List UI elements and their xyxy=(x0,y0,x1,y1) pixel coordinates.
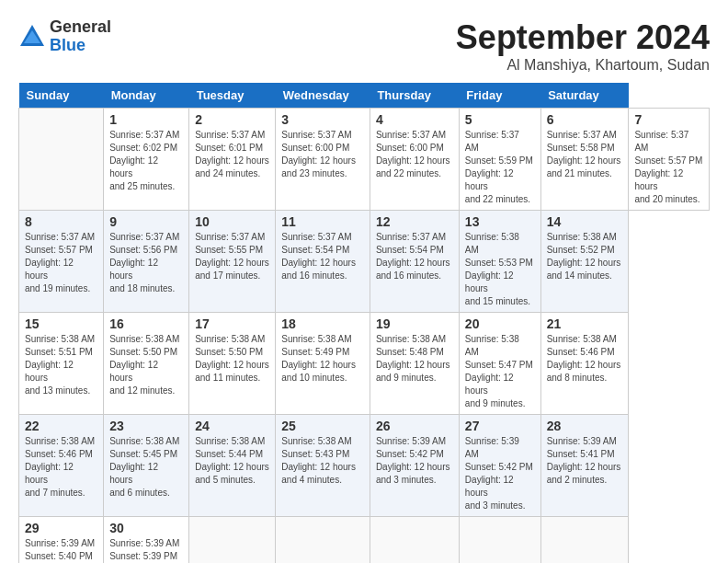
day-info: Sunrise: 5:39 AM Sunset: 5:40 PM Dayligh… xyxy=(25,537,97,563)
table-row xyxy=(19,109,104,211)
table-row: 4Sunrise: 5:37 AM Sunset: 6:00 PM Daylig… xyxy=(370,109,459,211)
title-section: September 2024 Al Manshiya, Khartoum, Su… xyxy=(456,18,710,74)
table-row: 12Sunrise: 5:37 AM Sunset: 5:54 PM Dayli… xyxy=(370,211,459,313)
table-row xyxy=(540,517,629,564)
day-number: 29 xyxy=(25,521,97,535)
table-row: 3Sunrise: 5:37 AM Sunset: 6:00 PM Daylig… xyxy=(276,109,370,211)
day-number: 9 xyxy=(109,214,183,229)
calendar-week-row: 29Sunrise: 5:39 AM Sunset: 5:40 PM Dayli… xyxy=(19,517,710,564)
logo-general: General xyxy=(50,18,111,37)
table-row: 24Sunrise: 5:38 AM Sunset: 5:44 PM Dayli… xyxy=(189,415,276,517)
header-thursday: Thursday xyxy=(370,83,459,109)
day-info: Sunrise: 5:37 AM Sunset: 5:54 PM Dayligh… xyxy=(376,231,453,282)
day-info: Sunrise: 5:38 AM Sunset: 5:49 PM Dayligh… xyxy=(281,333,364,385)
day-number: 3 xyxy=(281,112,364,127)
day-info: Sunrise: 5:38 AM Sunset: 5:53 PM Dayligh… xyxy=(465,231,535,308)
table-row: 11Sunrise: 5:37 AM Sunset: 5:54 PM Dayli… xyxy=(276,211,370,313)
table-row: 19Sunrise: 5:38 AM Sunset: 5:48 PM Dayli… xyxy=(370,313,459,415)
table-row: 22Sunrise: 5:38 AM Sunset: 5:46 PM Dayli… xyxy=(19,415,104,517)
day-info: Sunrise: 5:38 AM Sunset: 5:50 PM Dayligh… xyxy=(109,333,183,397)
table-row: 13Sunrise: 5:38 AM Sunset: 5:53 PM Dayli… xyxy=(459,211,540,313)
day-number: 26 xyxy=(376,419,453,433)
table-row xyxy=(370,517,459,564)
day-number: 12 xyxy=(376,214,453,229)
logo-icon xyxy=(18,23,46,51)
day-info: Sunrise: 5:38 AM Sunset: 5:47 PM Dayligh… xyxy=(465,333,535,410)
day-info: Sunrise: 5:37 AM Sunset: 5:54 PM Dayligh… xyxy=(281,231,364,282)
day-number: 6 xyxy=(547,112,623,127)
table-row: 28Sunrise: 5:39 AM Sunset: 5:41 PM Dayli… xyxy=(540,415,629,517)
day-info: Sunrise: 5:38 AM Sunset: 5:45 PM Dayligh… xyxy=(109,435,183,500)
day-info: Sunrise: 5:37 AM Sunset: 5:56 PM Dayligh… xyxy=(109,231,183,295)
day-info: Sunrise: 5:39 AM Sunset: 5:39 PM Dayligh… xyxy=(109,537,183,563)
table-row xyxy=(276,517,370,564)
table-row: 7Sunrise: 5:37 AM Sunset: 5:57 PM Daylig… xyxy=(629,109,710,211)
day-number: 24 xyxy=(195,419,269,433)
day-info: Sunrise: 5:38 AM Sunset: 5:46 PM Dayligh… xyxy=(547,333,623,385)
table-row: 18Sunrise: 5:38 AM Sunset: 5:49 PM Dayli… xyxy=(276,313,370,415)
calendar-week-row: 22Sunrise: 5:38 AM Sunset: 5:46 PM Dayli… xyxy=(19,415,710,517)
day-number: 14 xyxy=(547,214,623,229)
table-row: 21Sunrise: 5:38 AM Sunset: 5:46 PM Dayli… xyxy=(540,313,629,415)
day-info: Sunrise: 5:37 AM Sunset: 5:59 PM Dayligh… xyxy=(465,129,535,206)
day-info: Sunrise: 5:37 AM Sunset: 6:02 PM Dayligh… xyxy=(109,129,183,193)
day-number: 20 xyxy=(465,316,535,331)
day-number: 18 xyxy=(281,316,364,331)
table-row xyxy=(459,517,540,564)
day-info: Sunrise: 5:37 AM Sunset: 6:01 PM Dayligh… xyxy=(195,129,269,180)
day-info: Sunrise: 5:37 AM Sunset: 6:00 PM Dayligh… xyxy=(281,129,364,180)
day-info: Sunrise: 5:38 AM Sunset: 5:44 PM Dayligh… xyxy=(195,435,269,487)
day-number: 4 xyxy=(376,112,453,127)
calendar-week-row: 15Sunrise: 5:38 AM Sunset: 5:51 PM Dayli… xyxy=(19,313,710,415)
table-row: 9Sunrise: 5:37 AM Sunset: 5:56 PM Daylig… xyxy=(104,211,189,313)
day-info: Sunrise: 5:38 AM Sunset: 5:52 PM Dayligh… xyxy=(547,231,623,282)
table-row: 17Sunrise: 5:38 AM Sunset: 5:50 PM Dayli… xyxy=(189,313,276,415)
day-info: Sunrise: 5:37 AM Sunset: 5:57 PM Dayligh… xyxy=(634,129,703,206)
day-number: 21 xyxy=(547,316,623,331)
calendar-week-row: 1Sunrise: 5:37 AM Sunset: 6:02 PM Daylig… xyxy=(19,109,710,211)
day-number: 5 xyxy=(465,112,535,127)
day-info: Sunrise: 5:38 AM Sunset: 5:51 PM Dayligh… xyxy=(25,333,97,397)
day-info: Sunrise: 5:39 AM Sunset: 5:41 PM Dayligh… xyxy=(547,435,623,487)
day-number: 15 xyxy=(25,316,97,331)
table-row: 26Sunrise: 5:39 AM Sunset: 5:42 PM Dayli… xyxy=(370,415,459,517)
day-info: Sunrise: 5:38 AM Sunset: 5:48 PM Dayligh… xyxy=(376,333,453,385)
table-row xyxy=(189,517,276,564)
header-friday: Friday xyxy=(459,83,540,109)
calendar-header-row: Sunday Monday Tuesday Wednesday Thursday… xyxy=(19,83,710,109)
day-info: Sunrise: 5:39 AM Sunset: 5:42 PM Dayligh… xyxy=(376,435,453,487)
day-number: 16 xyxy=(109,316,183,331)
day-number: 13 xyxy=(465,214,535,229)
day-info: Sunrise: 5:38 AM Sunset: 5:46 PM Dayligh… xyxy=(25,435,97,500)
day-info: Sunrise: 5:37 AM Sunset: 5:55 PM Dayligh… xyxy=(195,231,269,282)
day-number: 8 xyxy=(25,214,97,229)
table-row: 10Sunrise: 5:37 AM Sunset: 5:55 PM Dayli… xyxy=(189,211,276,313)
header-saturday: Saturday xyxy=(540,83,629,109)
table-row: 8Sunrise: 5:37 AM Sunset: 5:57 PM Daylig… xyxy=(19,211,104,313)
day-number: 22 xyxy=(25,419,97,433)
table-row: 23Sunrise: 5:38 AM Sunset: 5:45 PM Dayli… xyxy=(104,415,189,517)
table-row: 16Sunrise: 5:38 AM Sunset: 5:50 PM Dayli… xyxy=(104,313,189,415)
day-info: Sunrise: 5:38 AM Sunset: 5:43 PM Dayligh… xyxy=(281,435,364,487)
day-info: Sunrise: 5:37 AM Sunset: 5:57 PM Dayligh… xyxy=(25,231,97,295)
day-info: Sunrise: 5:38 AM Sunset: 5:50 PM Dayligh… xyxy=(195,333,269,385)
table-row: 14Sunrise: 5:38 AM Sunset: 5:52 PM Dayli… xyxy=(540,211,629,313)
table-row: 20Sunrise: 5:38 AM Sunset: 5:47 PM Dayli… xyxy=(459,313,540,415)
day-number: 11 xyxy=(281,214,364,229)
header-wednesday: Wednesday xyxy=(276,83,370,109)
day-number: 7 xyxy=(634,112,703,127)
logo-text: General Blue xyxy=(50,18,111,55)
calendar-table: Sunday Monday Tuesday Wednesday Thursday… xyxy=(18,83,710,563)
calendar-week-row: 8Sunrise: 5:37 AM Sunset: 5:57 PM Daylig… xyxy=(19,211,710,313)
day-number: 17 xyxy=(195,316,269,331)
table-row: 15Sunrise: 5:38 AM Sunset: 5:51 PM Dayli… xyxy=(19,313,104,415)
location-title: Al Manshiya, Khartoum, Sudan xyxy=(456,57,710,74)
table-row: 27Sunrise: 5:39 AM Sunset: 5:42 PM Dayli… xyxy=(459,415,540,517)
logo-blue: Blue xyxy=(50,37,111,55)
logo: General Blue xyxy=(18,18,111,55)
day-number: 25 xyxy=(281,419,364,433)
table-row: 2Sunrise: 5:37 AM Sunset: 6:01 PM Daylig… xyxy=(189,109,276,211)
header-tuesday: Tuesday xyxy=(189,83,276,109)
header-sunday: Sunday xyxy=(19,83,104,109)
table-row: 1Sunrise: 5:37 AM Sunset: 6:02 PM Daylig… xyxy=(104,109,189,211)
